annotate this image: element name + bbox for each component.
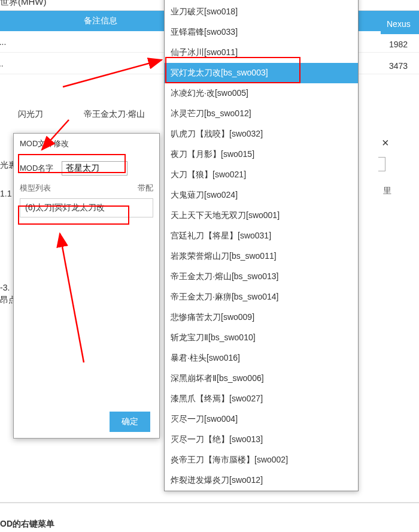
confirm-button[interactable]: 确定 (110, 412, 150, 432)
dropdown-item[interactable]: 冰灵芒刀[bs_swo012] (165, 104, 358, 124)
dropdown-item-selected[interactable]: 冥灯龙太刀改[bs_swo003] (165, 63, 358, 83)
dropdown-item[interactable]: 亚铎霜锋[swo033] (165, 22, 358, 43)
divider (0, 502, 419, 503)
mod-edit-dialog: MOD文件修改 MOD名字 模型列表 带配 (6)太刀|冥灯龙太刀改 确定 (13, 133, 160, 439)
dropdown-item[interactable]: 帝王金太刀·麻痹[bs_swo014] (165, 287, 358, 307)
dropdown-item[interactable]: 灭尽一刀【绝】[swo013] (165, 430, 358, 450)
text-fragment: 里 (383, 186, 391, 197)
input-fragment (378, 157, 385, 171)
dropdown-item[interactable]: 灭尽一刀[swo004] (165, 409, 358, 430)
dialog-title: MOD文件修改 (14, 134, 159, 154)
dropdown-item[interactable]: 暴君·柱头[swo016] (165, 348, 358, 368)
table-cell: 32-3-0-1-1700... (0, 37, 78, 47)
context-menu-label: OD的右键菜单 (0, 519, 54, 530)
dropdown-item[interactable]: 岩浆荣誉熔山刀[bs_swo011] (165, 246, 358, 267)
dropdown-item[interactable]: 夜刀【月影】[swo015] (165, 144, 358, 165)
dropdown-item[interactable]: 冰凌幻光·改[swo005] (165, 83, 358, 104)
close-icon[interactable]: × (382, 136, 389, 150)
dropdown-item[interactable]: 大刀【狼】[swo021] (165, 165, 358, 185)
table-header-nexus: Nexus (381, 14, 419, 34)
weapon-dropdown[interactable]: 业刀破灭[swo018] 亚铎霜锋[swo033] 仙子冰川[swo011] 冥… (164, 0, 359, 491)
dropdown-item[interactable]: 漆黑爪【终焉】[swo027] (165, 389, 358, 409)
dropdown-item[interactable]: 斩龙宝刀Ⅱ[bs_swo010] (165, 328, 358, 348)
dropdown-item[interactable]: 叭虎刀【戕咬】[swo032] (165, 124, 358, 144)
dropdown-item[interactable]: 天上天下天地无双刀[swo001] (165, 205, 358, 226)
mod-name-row: MOD名字 (20, 161, 153, 176)
mod-name-input[interactable] (62, 161, 127, 176)
mod-name-label: MOD名字 (20, 163, 62, 174)
weapon-cell: 帝王金太刀·熔山 (84, 109, 145, 120)
model-list-header: 模型列表 带配 (20, 183, 153, 194)
model-list-right: 带配 (138, 183, 153, 194)
dropdown-item[interactable]: 宫廷礼刀【将星】[swo031] (165, 226, 358, 246)
dropdown-item[interactable]: 炎帝王刀【海市蜃楼】[swo002] (165, 450, 358, 470)
dropdown-item[interactable]: 业刀破灭[swo018] (165, 2, 358, 22)
weapon-cell: 闪光刀 (18, 109, 43, 120)
model-list-item[interactable]: (6)太刀|冥灯龙太刀改 (20, 198, 153, 217)
nexus-value: 3473 (389, 61, 408, 71)
dropdown-item[interactable]: 悲惨痛苦太刀[swo009] (165, 307, 358, 328)
table-cell: 73-1-22-1700... (0, 59, 78, 68)
dropdown-item[interactable]: 深黑崩坏者Ⅱ[bs_swo006] (165, 368, 358, 389)
dropdown-item[interactable]: 帝王金太刀·熔山[bs_swo013] (165, 267, 358, 287)
dropdown-item[interactable]: 仙子冰川[swo011] (165, 43, 358, 63)
dropdown-item[interactable]: 炸裂迸发爆炎刀[swo012] (165, 470, 358, 491)
text-fragment: 1.1 (0, 189, 11, 198)
nexus-value: 1982 (389, 40, 408, 49)
dropdown-item[interactable]: 大鬼薙刀[swo024] (165, 185, 358, 205)
model-list-label: 模型列表 (20, 183, 51, 194)
text-fragment: -3. (0, 283, 10, 292)
